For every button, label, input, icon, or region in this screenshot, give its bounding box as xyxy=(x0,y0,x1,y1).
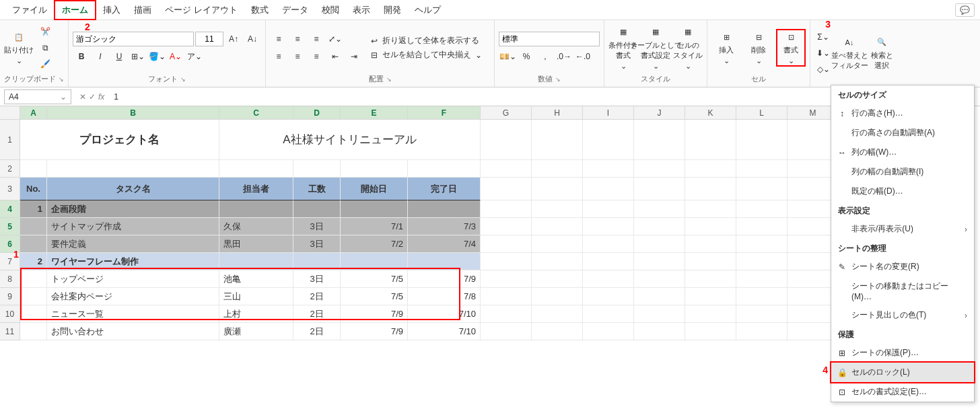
cell[interactable] xyxy=(736,200,788,218)
cell[interactable]: 廣瀬 xyxy=(219,323,293,340)
cell[interactable] xyxy=(532,178,583,200)
column-header-I[interactable]: I xyxy=(583,106,634,120)
cell[interactable]: 7/5 xyxy=(341,288,408,305)
phonetic-button[interactable]: ア⌄ xyxy=(186,49,203,64)
cell[interactable] xyxy=(685,323,736,340)
cell[interactable]: 三山 xyxy=(219,288,293,305)
number-launcher[interactable]: ↘ xyxy=(555,76,561,83)
cell[interactable] xyxy=(583,200,634,218)
cell[interactable]: ワイヤーフレーム制作 xyxy=(47,253,219,270)
cell[interactable] xyxy=(685,235,736,253)
cell[interactable] xyxy=(532,305,583,323)
cell[interactable] xyxy=(685,288,736,305)
bold-button[interactable]: B xyxy=(73,49,90,64)
cell[interactable] xyxy=(532,323,583,340)
column-header-J[interactable]: J xyxy=(634,106,685,120)
delete-cells-button[interactable]: ⊟削除⌄ xyxy=(744,30,773,65)
cell[interactable] xyxy=(481,178,532,200)
cell[interactable] xyxy=(481,288,532,305)
column-header-A[interactable]: A xyxy=(20,106,47,120)
menu-data[interactable]: データ xyxy=(275,1,315,19)
cell[interactable]: 企画段階 xyxy=(47,200,219,218)
decrease-decimal-button[interactable]: ←.0 xyxy=(574,49,592,64)
cell[interactable]: 7/10 xyxy=(408,305,481,323)
menu-pagelayout[interactable]: ページ レイアウト xyxy=(158,1,244,19)
table-format-button[interactable]: ▦テーブルとして 書式設定⌄ xyxy=(641,26,670,71)
cell[interactable]: 7/1 xyxy=(341,218,408,235)
column-header-L[interactable]: L xyxy=(736,106,788,120)
cell[interactable] xyxy=(20,305,47,323)
cell[interactable] xyxy=(481,235,532,253)
fill-button[interactable]: ⬇⌄ xyxy=(814,46,832,61)
cell[interactable] xyxy=(685,178,736,200)
autofit-row-item[interactable]: 行の高さの自動調整(A) xyxy=(831,123,974,143)
cell[interactable]: サイトマップ作成 xyxy=(47,218,219,235)
cell[interactable] xyxy=(583,160,634,178)
copy-button[interactable]: ⧉ xyxy=(36,40,54,55)
cell[interactable]: 工数 xyxy=(293,178,341,200)
cell[interactable]: ニュース一覧 xyxy=(47,305,219,323)
cell[interactable] xyxy=(20,288,47,305)
decrease-font-button[interactable]: A↓ xyxy=(244,32,261,46)
cell[interactable] xyxy=(481,305,532,323)
align-right-button[interactable]: ≡ xyxy=(308,49,325,64)
cell[interactable]: 7/5 xyxy=(341,270,408,288)
menu-formulas[interactable]: 数式 xyxy=(244,1,275,19)
align-center-button[interactable]: ≡ xyxy=(289,49,306,64)
cell[interactable] xyxy=(736,305,788,323)
cell[interactable]: 上村 xyxy=(219,305,293,323)
cell[interactable]: 池亀 xyxy=(219,270,293,288)
lock-cell-item[interactable]: 🔒セルのロック(L) xyxy=(830,361,975,383)
row-header-8[interactable]: 8 xyxy=(0,270,20,288)
select-all-corner[interactable] xyxy=(0,106,20,120)
row-header-2[interactable]: 2 xyxy=(0,160,20,178)
cell[interactable] xyxy=(532,288,583,305)
cell[interactable] xyxy=(293,200,341,218)
protect-sheet-item[interactable]: ⊞シートの保護(P)… xyxy=(831,343,974,363)
cell[interactable]: 担当者 xyxy=(219,178,293,200)
cell[interactable] xyxy=(634,270,685,288)
rename-sheet-item[interactable]: ✎シート名の変更(R) xyxy=(831,257,974,276)
cell[interactable] xyxy=(481,270,532,288)
cell[interactable] xyxy=(634,288,685,305)
cell[interactable] xyxy=(685,253,736,270)
cell[interactable] xyxy=(481,323,532,340)
row-header-3[interactable]: 3 xyxy=(0,178,20,200)
cell[interactable]: 完了日 xyxy=(408,178,481,200)
cell[interactable]: 2日 xyxy=(293,323,341,340)
column-header-H[interactable]: H xyxy=(532,106,583,120)
default-width-item[interactable]: 既定の幅(D)… xyxy=(831,182,974,201)
increase-font-button[interactable]: A↑ xyxy=(225,32,242,46)
border-button[interactable]: ⊞⌄ xyxy=(129,49,147,64)
cell[interactable]: 2日 xyxy=(293,288,341,305)
align-top-button[interactable]: ≡ xyxy=(270,32,287,46)
comma-button[interactable]: , xyxy=(536,49,554,64)
column-header-B[interactable]: B xyxy=(47,106,219,120)
font-size-select[interactable] xyxy=(195,32,223,46)
cell[interactable] xyxy=(293,253,341,270)
cell[interactable] xyxy=(341,160,408,178)
cell[interactable] xyxy=(532,270,583,288)
clipboard-launcher[interactable]: ↘ xyxy=(59,76,64,83)
cell[interactable]: 7/9 xyxy=(341,305,408,323)
cell[interactable] xyxy=(532,235,583,253)
cell[interactable] xyxy=(736,270,788,288)
cell[interactable] xyxy=(481,253,532,270)
autosum-button[interactable]: Σ⌄ xyxy=(814,30,832,44)
fx-button[interactable]: fx xyxy=(98,92,104,102)
cell[interactable] xyxy=(341,253,408,270)
cell[interactable] xyxy=(634,323,685,340)
cell[interactable] xyxy=(408,253,481,270)
row-header-11[interactable]: 11 xyxy=(0,323,20,340)
cell[interactable]: 7/8 xyxy=(408,288,481,305)
cell[interactable] xyxy=(408,200,481,218)
cell[interactable] xyxy=(685,120,736,160)
cell[interactable]: 2日 xyxy=(293,305,341,323)
alignment-launcher[interactable]: ↘ xyxy=(386,76,392,83)
clear-button[interactable]: ◇⌄ xyxy=(814,62,832,77)
cell[interactable] xyxy=(583,235,634,253)
cell[interactable] xyxy=(219,200,293,218)
cell[interactable] xyxy=(634,178,685,200)
cell[interactable] xyxy=(20,218,47,235)
cell[interactable] xyxy=(634,160,685,178)
